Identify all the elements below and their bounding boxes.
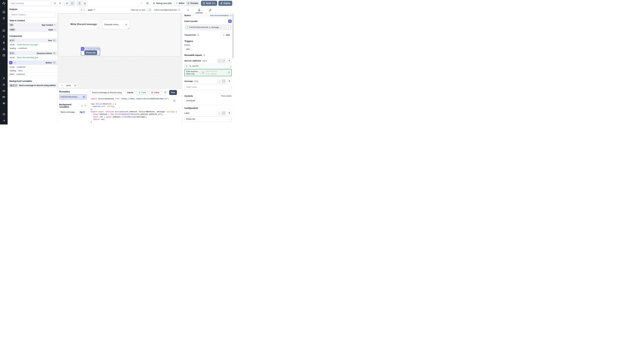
hide-bar-toggle[interactable] <box>146 9 151 11</box>
static-mode-pencil-button[interactable] <box>218 111 222 115</box>
eval-mode-function-button[interactable]: f <box>222 59 226 62</box>
undo-button[interactable] <box>52 1 58 6</box>
expression-editor[interactable]: 1 b.result <box>184 64 232 68</box>
center-align-toggle[interactable] <box>64 1 70 6</box>
static-mode-pencil-button[interactable] <box>218 79 222 83</box>
chevron-down-icon[interactable] <box>54 29 56 30</box>
zoom-out-button[interactable] <box>60 84 64 87</box>
connect-plug-button[interactable] <box>227 58 232 63</box>
workers-robot-icon[interactable] <box>2 89 5 92</box>
folders-icon[interactable] <box>2 96 5 98</box>
component-row-a[interactable]: a Text <box>8 38 57 43</box>
message-static-value-input[interactable] <box>184 84 232 90</box>
fullscreen-toggle[interactable] <box>70 1 75 6</box>
show-details-link[interactable]: Show details <box>221 95 232 97</box>
tab-preview[interactable]: Preview <box>186 1 199 6</box>
tab-styling-brush[interactable] <box>207 7 214 13</box>
help-icon[interactable] <box>2 113 5 116</box>
code-editor[interactable]: import discordwebhook from "https://deno… <box>89 96 182 124</box>
label-value-input[interactable]: Press me <box>184 116 232 122</box>
user-icon[interactable] <box>2 77 5 80</box>
output-row-ctx[interactable]: ctx App Context <box>8 23 57 27</box>
collapse-b-button[interactable] <box>53 52 56 55</box>
pencil-icon <box>218 80 220 82</box>
fill-height-button[interactable] <box>85 47 88 50</box>
recompute-chip[interactable]: recompute <box>184 98 197 102</box>
static-resource-label: static resource select only <box>186 70 198 75</box>
schedules-calendar-icon[interactable] <box>2 54 5 57</box>
tab-insert-component[interactable] <box>185 7 192 13</box>
chevron-down-icon[interactable] <box>54 24 56 26</box>
runnable-item-selected[interactable]: hub/1511/discord/se... c <box>59 94 87 100</box>
selected-component-outline[interactable]: c Press me <box>81 48 100 55</box>
fork-button[interactable]: Fork <box>136 90 148 95</box>
favorites-star-icon[interactable] <box>2 17 5 20</box>
output-row-state[interactable]: state State <box>8 28 57 32</box>
info-icon[interactable] <box>178 9 180 11</box>
app-canvas-area[interactable]: Write Discord message: Example resou... … <box>58 13 182 88</box>
add-bg-runnable-button[interactable] <box>84 104 87 107</box>
pencil-icon[interactable] <box>14 62 16 64</box>
bg-runnable-item[interactable]: Send a message... bg_0 <box>59 110 87 115</box>
connect-plug-button[interactable] <box>227 79 232 84</box>
home-icon[interactable] <box>2 29 5 32</box>
static-resource-toggle[interactable] <box>200 72 204 74</box>
more-menu-kebab[interactable] <box>140 2 144 4</box>
eval-mode-function-button[interactable]: f <box>222 111 226 115</box>
event-click-chip[interactable]: click <box>184 47 192 51</box>
tab-component-settings[interactable] <box>196 7 202 13</box>
deploy-button[interactable]: Deploy <box>218 1 232 6</box>
static-mode-pencil-button[interactable] <box>218 59 222 62</box>
right-panel-scrollbar[interactable] <box>232 14 234 58</box>
add-transformer-button[interactable]: Add <box>221 32 232 38</box>
resize-corner-icon[interactable] <box>98 54 99 54</box>
tab-editor[interactable]: Editor <box>174 1 186 6</box>
zoom-in-button[interactable] <box>73 84 77 87</box>
script-name-input[interactable] <box>90 90 124 95</box>
draft-button[interactable]: Draft ⌘S <box>201 1 217 6</box>
debug-runs-button[interactable]: Debug runs (23) <box>151 1 173 6</box>
anchor-button[interactable] <box>92 47 96 50</box>
component-row-b[interactable]: b Resource Select <box>8 51 57 56</box>
run-button[interactable]: Run <box>169 90 177 95</box>
background-runnable-row[interactable]: bg_0 Send a message to discord using web… <box>8 83 57 88</box>
resize-corner-icon[interactable] <box>128 28 129 29</box>
press-me-button[interactable]: Press me <box>84 50 97 55</box>
settings-gear-icon[interactable] <box>2 83 5 86</box>
resource-select-component[interactable]: Example resou... <box>102 20 130 29</box>
resize-corner-icon[interactable] <box>98 28 99 28</box>
app-summary-input[interactable] <box>9 1 51 6</box>
collapse-arrow-icon[interactable] <box>2 119 5 122</box>
resources-cubes-icon[interactable] <box>2 48 5 50</box>
move-button[interactable] <box>96 47 100 50</box>
collapse-c-button[interactable] <box>53 61 56 64</box>
expand-editor-button[interactable] <box>229 66 232 68</box>
clear-x-icon[interactable] <box>125 24 127 26</box>
clear-button[interactable]: Clear <box>149 90 161 95</box>
remove-handler-button[interactable] <box>226 25 230 29</box>
workspace-icon[interactable] <box>2 10 5 14</box>
search-outputs-input[interactable] <box>10 12 56 17</box>
mobile-view-toggle[interactable] <box>77 1 82 6</box>
collapse-a-button[interactable] <box>53 39 56 42</box>
see-documentation-link[interactable]: See documentation <box>210 14 232 16</box>
variables-dollar-icon[interactable] <box>2 41 5 44</box>
docs-book-button[interactable] <box>145 1 150 6</box>
redo-button[interactable] <box>58 1 63 6</box>
app-canvas-bounds[interactable]: Write Discord message: Example resou... … <box>58 14 181 56</box>
cache-button[interactable]: Cache <box>125 90 135 95</box>
desktop-view-toggle[interactable] <box>82 1 87 6</box>
refresh-code-button[interactable] <box>162 90 168 95</box>
text-component[interactable]: Write Discord message: <box>70 20 99 29</box>
expand-button[interactable] <box>88 47 92 50</box>
connect-plug-button[interactable] <box>227 111 232 116</box>
schedule-select[interactable]: once <box>88 9 96 11</box>
copy-icon[interactable] <box>173 100 176 102</box>
audit-eye-icon[interactable] <box>2 102 5 105</box>
windmill-logo[interactable] <box>0 0 8 6</box>
runs-play-icon[interactable] <box>2 35 5 38</box>
component-row-c-selected[interactable]: c Button <box>8 60 57 65</box>
event-handler-row[interactable]: f hub/1511/discord/send_a_message_... <box>184 24 232 30</box>
eval-mode-function-button[interactable]: f <box>222 79 226 83</box>
refresh-count-button[interactable]: 1 <box>79 8 86 12</box>
